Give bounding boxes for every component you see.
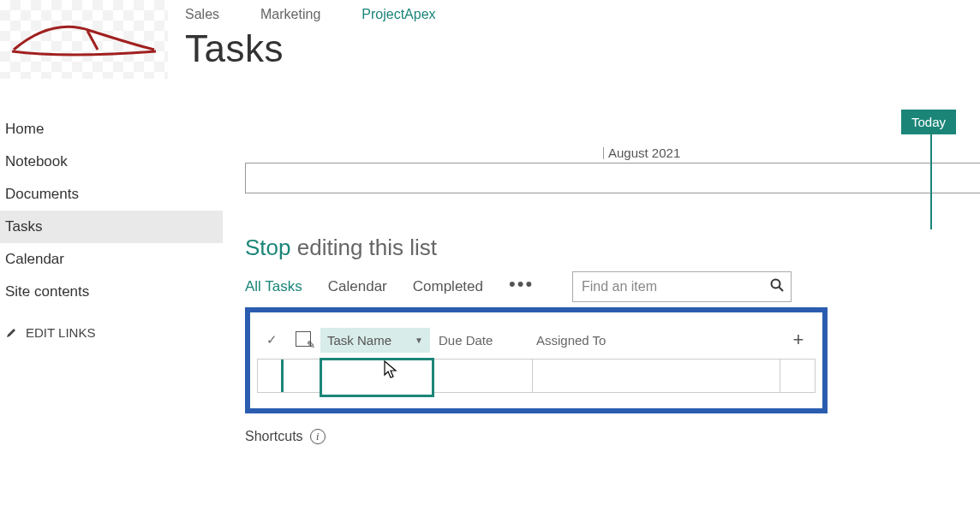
shortcuts-row[interactable]: Shortcuts i — [245, 429, 980, 444]
view-calendar[interactable]: Calendar — [328, 278, 387, 295]
nav-notebook[interactable]: Notebook — [0, 146, 223, 178]
nav-site-contents[interactable]: Site contents — [0, 276, 223, 308]
search-box[interactable] — [572, 271, 792, 302]
timeline-box[interactable] — [245, 163, 980, 193]
more-views-button[interactable]: ••• — [509, 280, 534, 294]
view-completed[interactable]: Completed — [413, 278, 483, 295]
today-marker-line — [930, 134, 932, 229]
cell-due-date[interactable] — [433, 360, 533, 392]
chevron-down-icon[interactable]: ▼ — [415, 336, 423, 345]
svg-line-1 — [780, 287, 784, 291]
search-input[interactable] — [580, 278, 770, 295]
top-nav-sales[interactable]: Sales — [185, 7, 219, 22]
edit-links-label: EDIT LINKS — [26, 325, 95, 340]
task-grid: ✓ Task Name ▼ Due Date Assigned To + — [245, 307, 828, 413]
complete-column-icon[interactable]: ✓ — [257, 332, 286, 348]
cell-assigned-to[interactable] — [533, 360, 780, 392]
grid-header-row: ✓ Task Name ▼ Due Date Assigned To + — [257, 321, 816, 359]
site-logo[interactable] — [0, 0, 168, 79]
column-assigned-to[interactable]: Assigned To — [528, 333, 781, 348]
edit-mode-rest: editing this list — [291, 235, 438, 260]
search-icon[interactable] — [770, 278, 784, 296]
today-badge: Today — [901, 110, 956, 134]
add-column-button[interactable]: + — [781, 329, 816, 351]
column-due-date[interactable]: Due Date — [430, 333, 528, 348]
nav-documents[interactable]: Documents — [0, 178, 223, 211]
cell-select[interactable] — [281, 360, 320, 392]
page-title: Tasks — [185, 27, 436, 70]
left-nav: Home Notebook Documents Tasks Calendar S… — [0, 113, 223, 340]
timeline-month-label: August 2021 — [608, 146, 680, 160]
top-nav: Sales Marketing ProjectApex — [185, 0, 436, 22]
view-all-tasks[interactable]: All Tasks — [245, 278, 302, 295]
nav-tasks[interactable]: Tasks — [0, 211, 223, 243]
cell-extra[interactable] — [780, 360, 815, 392]
select-all-icon[interactable] — [286, 331, 320, 349]
column-task-name[interactable]: Task Name ▼ — [320, 328, 430, 353]
top-nav-projectapex[interactable]: ProjectApex — [362, 7, 435, 22]
cell-task-name-active[interactable] — [320, 358, 434, 397]
stop-editing-link[interactable]: Stop — [245, 235, 291, 260]
column-task-name-label: Task Name — [327, 333, 391, 348]
task-row-new[interactable] — [257, 359, 816, 393]
cell-complete[interactable] — [258, 360, 282, 392]
nav-home[interactable]: Home — [0, 113, 223, 146]
timeline: Today August 2021 — [245, 110, 980, 235]
svg-point-0 — [772, 279, 780, 288]
info-icon[interactable]: i — [310, 429, 326, 444]
edit-mode-header: Stop editing this list — [245, 235, 980, 261]
nav-calendar[interactable]: Calendar — [0, 243, 223, 276]
edit-links-button[interactable]: EDIT LINKS — [0, 325, 223, 340]
top-nav-marketing[interactable]: Marketing — [260, 7, 320, 22]
shortcuts-label: Shortcuts — [245, 429, 303, 444]
pencil-icon — [5, 327, 17, 339]
